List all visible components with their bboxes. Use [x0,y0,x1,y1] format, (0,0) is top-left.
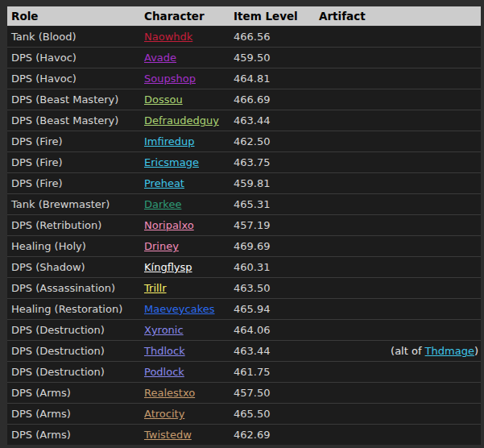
role-cell: Healing (Holy) [7,236,143,257]
role-cell: DPS (Beast Mastery) [7,89,143,110]
item-level-cell: 463.50 [232,278,317,299]
character-link[interactable]: Podlock [144,366,184,378]
character-cell: Driney [143,236,232,257]
role-cell: DPS (Fire) [7,173,143,194]
table-row: DPS (Arms)Twistedw462.69 [7,425,481,446]
column-header-role: Role [7,6,143,27]
artifact-note-link[interactable]: Thdmage [425,345,474,357]
table-row: DPS (Destruction)Podlock461.75 [7,362,481,383]
character-link[interactable]: Trillr [144,282,167,294]
artifact-cell [317,48,481,68]
table-row: DPS (Beast Mastery)Defraudedguy463.44 [7,110,481,131]
item-level-cell: 463.44 [232,110,317,131]
character-cell: Defraudedguy [143,110,232,131]
role-cell: DPS (Havoc) [7,68,143,89]
character-cell: Twistedw [143,425,232,446]
role-cell: DPS (Destruction) [7,362,143,383]
column-header-artifact: Artifact [317,6,481,27]
character-link[interactable]: Atrocity [144,408,184,420]
character-link[interactable]: Maeveycakes [144,303,215,315]
role-cell: DPS (Destruction) [7,341,143,362]
artifact-cell [317,320,481,341]
table-row: Healing (Restoration)Maeveycakes465.94 [7,299,481,320]
table-row: DPS (Fire)Imfiredup462.50 [7,131,481,152]
column-header-item-level: Item Level [232,6,317,27]
table-row: DPS (Havoc)Avade459.50 [7,48,481,68]
character-link[interactable]: Avade [144,52,176,64]
character-link[interactable]: Realestxo [144,387,195,399]
character-link[interactable]: Defraudedguy [144,114,219,127]
table-row: DPS (Destruction)Xyronic464.06 [7,320,481,341]
artifact-cell [317,236,481,257]
character-link[interactable]: Imfiredup [144,135,195,147]
item-level-cell: 463.44 [232,341,317,362]
artifact-note-prefix: (alt of [391,345,425,357]
role-cell: DPS (Retribution) [7,215,143,236]
character-link[interactable]: Kíngflysp [144,261,192,273]
artifact-cell [317,425,481,446]
artifact-cell [317,257,481,278]
character-link[interactable]: Twistedw [144,429,192,441]
character-link[interactable]: Xyronic [144,324,184,336]
artifact-cell [317,215,481,236]
character-cell: Realestxo [143,383,232,404]
table-row: DPS (Arms)Realestxo457.50 [7,383,481,404]
artifact-cell [317,173,481,194]
character-link[interactable]: Thdlock [144,345,185,357]
character-cell: Dossou [143,89,232,110]
artifact-cell [317,362,481,383]
item-level-cell: 459.81 [232,173,317,194]
character-link[interactable]: Darkee [144,198,181,210]
role-cell: Tank (Blood) [7,27,143,48]
character-link[interactable]: Dossou [144,93,183,106]
item-level-cell: 462.69 [232,425,317,446]
character-link[interactable]: Naowhdk [144,31,192,43]
item-level-cell: 466.56 [232,27,317,48]
item-level-cell: 466.69 [232,89,317,110]
table-row: Tank (Brewmaster)Darkee465.31 [7,194,481,215]
artifact-cell [317,278,481,299]
item-level-cell: 465.31 [232,194,317,215]
item-level-cell: 462.50 [232,131,317,152]
role-cell: DPS (Fire) [7,131,143,152]
artifact-cell [317,194,481,215]
character-cell: Noripalxo [143,215,232,236]
artifact-cell [317,383,481,404]
page-background: Role Character Item Level Artifact Tank … [0,0,484,448]
item-level-cell: 464.06 [232,320,317,341]
role-cell: Healing (Restoration) [7,299,143,320]
artifact-cell [317,404,481,425]
character-cell: Darkee [143,194,232,215]
role-cell: DPS (Shadow) [7,257,143,278]
role-cell: DPS (Arms) [7,404,143,425]
role-cell: DPS (Assassination) [7,278,143,299]
table-row: DPS (Retribution)Noripalxo457.19 [7,215,481,236]
item-level-cell: 461.75 [232,362,317,383]
character-link[interactable]: Noripalxo [144,219,194,231]
role-cell: DPS (Destruction) [7,320,143,341]
table-row: DPS (Havoc)Soupshop464.81 [7,68,481,89]
character-cell: Xyronic [143,320,232,341]
artifact-cell [317,131,481,152]
character-cell: Soupshop [143,68,232,89]
role-cell: Tank (Brewmaster) [7,194,143,215]
roster-table: Role Character Item Level Artifact Tank … [7,6,481,445]
character-link[interactable]: Preheat [144,177,184,189]
character-cell: Trillr [143,278,232,299]
character-cell: Preheat [143,173,232,194]
table-row: DPS (Fire)Preheat459.81 [7,173,481,194]
table-body: Tank (Blood)Naowhdk466.56DPS (Havoc)Avad… [7,27,481,446]
table-row: Healing (Holy)Driney469.69 [7,236,481,257]
character-link[interactable]: Driney [144,240,179,252]
table-row: DPS (Fire)Ericsmage463.75 [7,152,481,173]
table-row: DPS (Beast Mastery)Dossou466.69 [7,89,481,110]
item-level-cell: 459.50 [232,48,317,68]
table-row: DPS (Arms)Atrocity465.50 [7,404,481,425]
character-cell: Ericsmage [143,152,232,173]
character-link[interactable]: Soupshop [144,73,196,85]
character-link[interactable]: Ericsmage [144,156,199,168]
item-level-cell: 460.31 [232,257,317,278]
character-cell: Avade [143,48,232,68]
character-cell: Kíngflysp [143,257,232,278]
artifact-note-suffix: ) [474,345,478,357]
